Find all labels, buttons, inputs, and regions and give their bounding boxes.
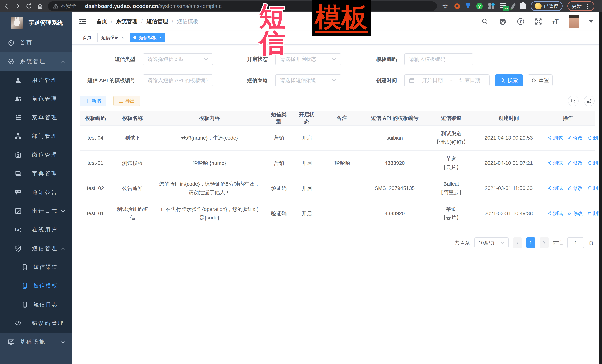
next-page-button[interactable] [540, 237, 549, 248]
browser-scrollbar-strip[interactable] [599, 12, 602, 364]
extensions-puzzle-icon[interactable] [520, 3, 526, 9]
sidebar-item-menus[interactable]: 菜单管理 [0, 108, 72, 127]
breadcrumb-sms[interactable]: 短信管理 [146, 18, 168, 25]
edit-link[interactable]: 修改 [568, 159, 583, 167]
pagination: 共 4 条 10条/页 1 前往 1 页 [72, 237, 593, 248]
github-icon[interactable] [499, 17, 507, 26]
api-template-id-input[interactable]: 请输入短信 API 的模板编号 [143, 74, 213, 86]
sidebar-item-sms-log[interactable]: 短信日志 [0, 295, 72, 314]
channel-label: 短信渠道 [213, 77, 268, 84]
breadcrumb-home[interactable]: 首页 [96, 18, 107, 25]
user-avatar[interactable] [569, 15, 579, 28]
pencil-icon [568, 186, 572, 190]
goto-page-input[interactable]: 1 [567, 237, 584, 248]
tag-home[interactable]: 首页 [79, 33, 95, 42]
caret-down-icon[interactable] [589, 20, 593, 23]
site-security[interactable]: 不安全 [53, 2, 76, 10]
edit-link[interactable]: 修改 [568, 184, 583, 192]
active-dot [133, 36, 136, 39]
warning-icon [53, 3, 59, 9]
share-icon [548, 135, 552, 140]
create-time-range-picker[interactable]: 开始日期 - 结束日期 [404, 74, 490, 86]
add-button[interactable]: 新增 [80, 95, 106, 106]
test-link[interactable]: 测试 [548, 184, 563, 192]
home-icon[interactable] [36, 2, 44, 10]
search-icon[interactable] [481, 18, 489, 25]
show-search-toggle-button[interactable] [568, 95, 579, 106]
channel-select[interactable]: 请选择短信渠道 [275, 74, 341, 86]
refresh-table-button[interactable] [584, 95, 595, 106]
tag-sms-channel[interactable]: 短信渠道 × [97, 33, 128, 42]
sidebar-item-sms-template[interactable]: 短信模板 [0, 276, 72, 295]
font-size-icon[interactable]: тT [552, 18, 559, 25]
address-bar[interactable]: 不安全 dashboard.yudao.iocoder.cn /system/s… [48, 1, 437, 11]
template-code-input[interactable]: 请输入模板编码 [404, 53, 473, 65]
browser-menu-icon[interactable]: ⋮ [585, 3, 590, 10]
export-button[interactable]: 导出 [113, 95, 140, 106]
sidebar-item-sms[interactable]: 短信管理 [0, 239, 72, 258]
chevron-down-icon [204, 57, 208, 62]
page-size-select[interactable]: 10条/页 [474, 237, 509, 248]
tags-bar: 首页 短信渠道 × 短信模板 × [72, 31, 602, 45]
sidebar-item-online-users[interactable]: A 在线用户 [0, 220, 72, 239]
users-icon [14, 95, 22, 103]
profile-chip[interactable]: 已暂停 [531, 1, 562, 11]
breadcrumb-system[interactable]: 系统管理 [116, 18, 138, 25]
chevron-down-icon [500, 240, 505, 245]
sidebar-item-departments[interactable]: 部门管理 [0, 127, 72, 146]
extension-pin-icon[interactable] [465, 3, 471, 9]
page-number-1[interactable]: 1 [527, 237, 535, 248]
back-icon[interactable] [2, 2, 11, 10]
goto-label: 前往 [553, 239, 563, 246]
svg-text:?: ? [520, 19, 522, 24]
collapse-menu-icon[interactable] [79, 18, 87, 25]
code-icon [14, 320, 22, 327]
prev-page-button[interactable] [513, 237, 522, 248]
fullscreen-icon[interactable] [535, 18, 542, 25]
end-date-placeholder: 结束日期 [455, 77, 485, 84]
shield-check-icon [14, 245, 22, 252]
sidebar-item-system[interactable]: 系统管理 [0, 52, 72, 71]
dashboard-icon [7, 39, 15, 46]
forward-icon[interactable] [13, 2, 22, 10]
extension-y-icon[interactable]: y [476, 3, 483, 10]
bookmark-star-icon[interactable]: ☆ [442, 3, 448, 10]
reset-button[interactable]: 重置 [528, 74, 553, 86]
close-icon[interactable]: × [159, 36, 161, 40]
sidebar-item-infrastructure[interactable]: 基础设施 [0, 333, 72, 351]
sidebar-item-home[interactable]: 首页 [0, 33, 72, 52]
close-icon[interactable]: × [122, 36, 124, 40]
sms-type-select[interactable]: 请选择短信类型 [143, 53, 213, 65]
extension-grid-icon[interactable] [488, 3, 494, 9]
edit-link[interactable]: 修改 [568, 209, 583, 218]
share-icon [548, 161, 552, 165]
sidebar-item-users[interactable]: 用户管理 [0, 71, 72, 89]
extension-pen-icon[interactable] [511, 3, 516, 10]
extension-list-icon[interactable]: on [500, 3, 506, 9]
sidebar-item-posts[interactable]: 岗位管理 [0, 146, 72, 164]
tag-sms-template[interactable]: 短信模板 × [130, 33, 165, 42]
sidebar-item-dictionary[interactable]: 字典管理 [0, 164, 72, 183]
test-link[interactable]: 测试 [548, 159, 563, 167]
app-title: 芋道管理系统 [29, 19, 63, 27]
test-link[interactable]: 测试 [548, 134, 563, 142]
test-link[interactable]: 测试 [548, 209, 563, 218]
table-toolbar: 新增 导出 [72, 95, 602, 106]
sidebar-item-roles[interactable]: 角色管理 [0, 89, 72, 108]
edit-link[interactable]: 修改 [568, 134, 583, 142]
update-button[interactable]: 更新 ⋮ [567, 1, 594, 11]
sidebar-item-audit-log[interactable]: 审计日志 [0, 202, 72, 220]
status-select[interactable]: 请选择开启状态 [275, 53, 341, 65]
app-logo-row[interactable]: 芋道管理系统 [0, 12, 72, 33]
url-host: dashboard.yudao.iocoder.cn [85, 3, 158, 9]
reload-icon[interactable] [24, 2, 33, 10]
pencil-icon [568, 161, 572, 165]
search-button[interactable]: 搜索 [495, 74, 523, 86]
extension-ring-icon[interactable] [454, 3, 460, 9]
help-icon[interactable]: ? [517, 18, 525, 25]
sidebar-item-notices[interactable]: 通知公告 [0, 183, 72, 202]
sidebar-item-sms-channel[interactable]: 短信渠道 [0, 258, 72, 276]
breadcrumb: 首页 / 系统管理 / 短信管理 / 短信模板 [96, 18, 198, 25]
sidebar-item-error-codes[interactable]: 错误码管理 [0, 314, 72, 333]
search-form-row-2: 短信 API 的模板编号 请输入短信 API 的模板编号 短信渠道 请选择短信渠… [72, 74, 602, 86]
